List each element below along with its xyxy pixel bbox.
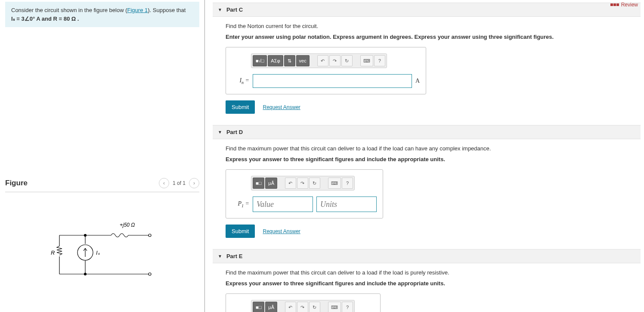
redo-button[interactable]: ↷: [297, 302, 308, 312]
help-button[interactable]: ?: [342, 302, 353, 312]
part-d-units-input[interactable]: [316, 197, 377, 212]
reset-button[interactable]: ↻: [341, 55, 353, 66]
part-d-instr: Express your answer to three significant…: [226, 156, 628, 162]
part-e-instr: Express your answer to three significant…: [226, 280, 628, 287]
part-e-title: Part E: [226, 253, 243, 259]
collapse-icon: ▼: [218, 130, 222, 134]
part-c-title: Part C: [226, 6, 243, 13]
updown-button[interactable]: ⇅: [284, 55, 295, 66]
svg-point-3: [149, 234, 151, 237]
part-c-prompt: Find the Norton current for the circuit.: [226, 23, 628, 29]
part-c-instr: Enter your answer using polar notation. …: [226, 34, 628, 40]
part-d-toolbar: ■□ μÅ ↶ ↷ ↻ ⌨ ?: [251, 176, 355, 190]
part-d-var: P1 =: [232, 200, 249, 208]
part-d-request-link[interactable]: Request Answer: [263, 228, 300, 234]
review-link[interactable]: Review: [610, 2, 638, 8]
part-e-answer-box: ■□ μÅ ↶ ↷ ↻ ⌨ ?: [226, 293, 381, 312]
units-micro-button[interactable]: μÅ: [265, 178, 277, 189]
figure-prev-button[interactable]: ‹: [159, 178, 169, 188]
part-c-submit-button[interactable]: Submit: [226, 100, 255, 114]
reset-button[interactable]: ↻: [309, 302, 320, 312]
keyboard-button[interactable]: ⌨: [360, 55, 373, 66]
part-d-title: Part D: [226, 129, 243, 135]
keyboard-button[interactable]: ⌨: [328, 178, 341, 189]
frac-button[interactable]: ■√□: [253, 55, 267, 66]
vec-button[interactable]: vec: [296, 55, 310, 66]
part-c-toolbar: ■√□ ΑΣφ ⇅ vec ↶ ↷ ↻ ⌨ ?: [251, 53, 387, 68]
part-c-answer-box: ■√□ ΑΣφ ⇅ vec ↶ ↷ ↻ ⌨ ? In = A: [226, 47, 426, 94]
circuit-figure: +j50 Ω R Iₛ: [5, 218, 199, 287]
redo-button[interactable]: ↷: [329, 55, 341, 66]
intro-text-pre: Consider the circuit shown in the figure…: [11, 7, 127, 13]
figure-nav-label: 1 of 1: [173, 180, 186, 186]
review-icon: [610, 3, 619, 6]
resistor-label: R: [51, 250, 55, 256]
svg-point-11: [149, 273, 151, 275]
svg-point-12: [84, 234, 86, 237]
part-e-toolbar: ■□ μÅ ↶ ↷ ↻ ⌨ ?: [251, 300, 355, 312]
help-button[interactable]: ?: [374, 55, 385, 66]
problem-intro: Consider the circuit shown in the figure…: [5, 2, 199, 27]
undo-button[interactable]: ↶: [285, 302, 296, 312]
figure-link[interactable]: Figure 1: [127, 7, 148, 13]
figure-heading: Figure: [5, 179, 28, 187]
part-c-var: In =: [232, 77, 249, 85]
collapse-icon: ▼: [218, 7, 222, 12]
keyboard-button[interactable]: ⌨: [328, 302, 341, 312]
part-e-header[interactable]: ▼ Part E: [213, 249, 641, 263]
intro-text-mid: ). Suppose that: [148, 7, 186, 13]
part-d-answer-box: ■□ μÅ ↶ ↷ ↻ ⌨ ? P1 =: [226, 169, 383, 218]
svg-point-13: [84, 273, 86, 275]
part-c-unit: A: [415, 78, 420, 84]
part-c-input[interactable]: [253, 74, 412, 88]
units-micro-button[interactable]: μÅ: [265, 302, 277, 312]
undo-button[interactable]: ↶: [317, 55, 328, 66]
part-e-prompt: Find the maximum power that this circuit…: [226, 269, 628, 276]
undo-button[interactable]: ↶: [285, 178, 296, 189]
part-c-request-link[interactable]: Request Answer: [263, 104, 300, 110]
collapse-icon: ▼: [218, 254, 222, 259]
intro-equation: Iₛ = 3∠0° A and R = 80 Ω .: [11, 16, 79, 22]
reset-button[interactable]: ↻: [309, 178, 320, 189]
source-label: Iₛ: [96, 250, 100, 256]
redo-button[interactable]: ↷: [297, 178, 308, 189]
part-d-header[interactable]: ▼ Part D: [213, 125, 641, 139]
part-d-submit-button[interactable]: Submit: [226, 225, 255, 238]
part-c-header[interactable]: ▼ Part C: [213, 3, 641, 17]
help-button[interactable]: ?: [342, 178, 353, 189]
figure-next-button[interactable]: ›: [189, 178, 199, 188]
part-d-prompt: Find the maximum power that this circuit…: [226, 145, 628, 152]
units-frac-button[interactable]: ■□: [253, 302, 264, 312]
inductor-label: +j50 Ω: [120, 222, 135, 228]
greek-button[interactable]: ΑΣφ: [268, 55, 283, 66]
part-d-value-input[interactable]: [253, 197, 313, 212]
units-frac-button[interactable]: ■□: [253, 178, 264, 189]
